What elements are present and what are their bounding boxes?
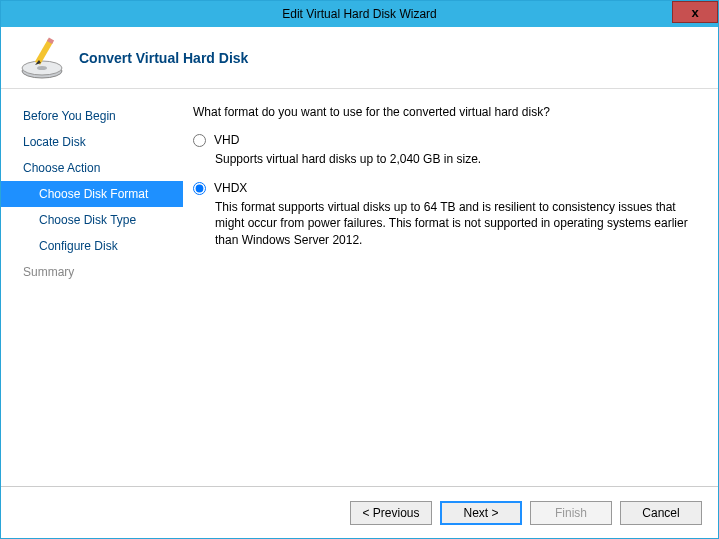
sidebar-item-before-you-begin[interactable]: Before You Begin [1,103,183,129]
option-label-vhdx[interactable]: VHDX [214,181,247,195]
close-button[interactable]: x [672,1,718,23]
sidebar-item-configure-disk[interactable]: Configure Disk [1,233,183,259]
format-question: What format do you want to use for the c… [193,105,696,119]
sidebar-item-summary: Summary [1,259,183,285]
wizard-footer: < Previous Next > Finish Cancel [1,486,718,538]
wizard-body: Before You BeginLocate DiskChoose Action… [1,89,718,486]
option-desc-vhdx: This format supports virtual disks up to… [215,199,696,248]
format-option-vhd: VHD [193,133,696,147]
finish-button[interactable]: Finish [530,501,612,525]
sidebar-item-choose-disk-type[interactable]: Choose Disk Type [1,207,183,233]
close-icon: x [691,5,698,20]
cancel-button[interactable]: Cancel [620,501,702,525]
svg-point-2 [37,66,47,70]
option-desc-vhd: Supports virtual hard disks up to 2,040 … [215,151,696,167]
window-title: Edit Virtual Hard Disk Wizard [1,7,718,21]
wizard-sidebar: Before You BeginLocate DiskChoose Action… [1,89,183,486]
wizard-content: What format do you want to use for the c… [183,89,718,486]
wizard-header: Convert Virtual Hard Disk [1,27,718,89]
previous-button[interactable]: < Previous [350,501,432,525]
titlebar: Edit Virtual Hard Disk Wizard x [1,1,718,27]
page-title: Convert Virtual Hard Disk [79,50,248,66]
disk-pencil-icon [19,35,65,81]
option-label-vhd[interactable]: VHD [214,133,239,147]
sidebar-item-choose-disk-format[interactable]: Choose Disk Format [1,181,183,207]
wizard-window: Edit Virtual Hard Disk Wizard x Convert … [0,0,719,539]
sidebar-item-choose-action[interactable]: Choose Action [1,155,183,181]
format-option-vhdx: VHDX [193,181,696,195]
sidebar-item-locate-disk[interactable]: Locate Disk [1,129,183,155]
radio-vhdx[interactable] [193,182,206,195]
radio-vhd[interactable] [193,134,206,147]
next-button[interactable]: Next > [440,501,522,525]
